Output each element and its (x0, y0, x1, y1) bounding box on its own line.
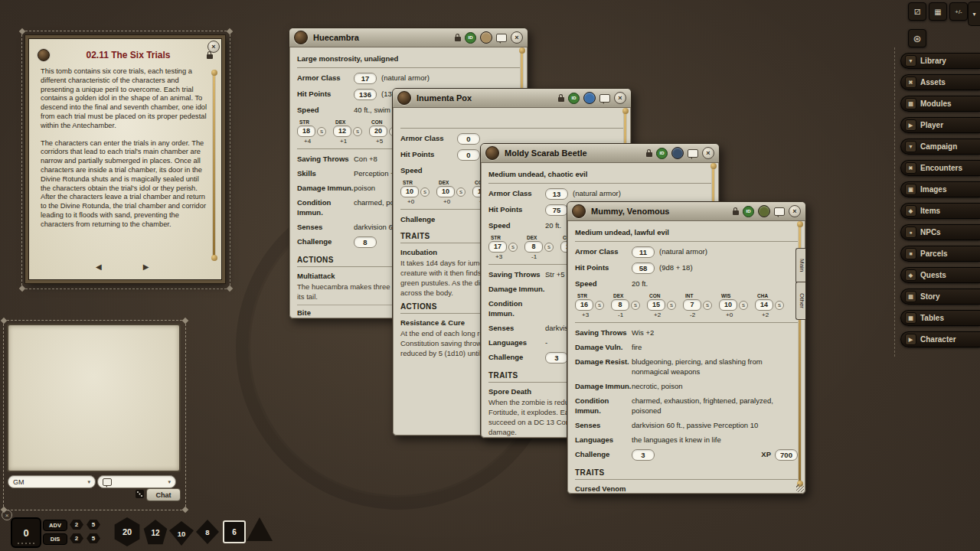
chat-bubble-icon[interactable] (774, 207, 785, 216)
xp-value[interactable]: 700 (775, 449, 798, 461)
sidebar-item-encounters[interactable]: ✖Encounters (900, 160, 980, 176)
die-badge-2[interactable]: 2 (70, 533, 83, 543)
window-titlebar[interactable]: Moldy Scarab Beetle ID × (481, 144, 719, 163)
gear-icon[interactable]: ⊛ (908, 29, 926, 47)
ability-mod[interactable]: +4 (304, 138, 332, 145)
chat-bubble-icon[interactable] (688, 149, 698, 158)
ability-score[interactable]: 10 (719, 299, 737, 311)
challenge-value[interactable]: 3 (632, 449, 655, 461)
lock-icon[interactable] (455, 37, 461, 41)
armor-class-value[interactable]: 11 (632, 246, 655, 258)
close-icon[interactable]: × (511, 31, 523, 44)
ability-mod[interactable]: -2 (690, 311, 717, 318)
die-badge-5[interactable]: 5 (87, 520, 100, 530)
sidebar-item-images[interactable]: ▣Images (900, 181, 980, 197)
die-badge-2[interactable]: 2 (70, 520, 83, 530)
speaker-select[interactable]: GM ▾ (8, 475, 96, 488)
sidebar-item-parcels[interactable]: ■Parcels (900, 246, 980, 262)
save-roll-button[interactable]: S (317, 127, 326, 136)
tab-main[interactable]: Main (795, 248, 805, 283)
chat-die-icon[interactable] (136, 490, 144, 498)
save-roll-button[interactable]: S (739, 301, 748, 310)
chat-send-button[interactable]: Chat (146, 488, 181, 501)
trait-name[interactable]: Cursed Venom (575, 484, 798, 493)
window-titlebar[interactable]: Huecambra ID × (289, 28, 528, 47)
ability-mod[interactable]: +1 (340, 138, 368, 145)
token-icon[interactable] (480, 31, 492, 44)
next-page-button[interactable]: ▶ (143, 262, 149, 271)
save-roll-button[interactable]: S (631, 301, 640, 310)
modifier-stack-button[interactable]: +/- (949, 2, 968, 21)
ability-mod[interactable]: +3 (582, 311, 609, 318)
hit-points-value[interactable]: 136 (354, 89, 377, 100)
die-d4[interactable] (247, 517, 273, 541)
token-icon[interactable] (671, 147, 684, 159)
modifier-box[interactable]: 0 (11, 517, 41, 548)
sidebar-item-story[interactable]: ▤Story (900, 289, 980, 305)
collapse-sidebar-tab[interactable]: ▾ (968, 2, 980, 26)
id-badge-icon[interactable]: ID (568, 93, 580, 104)
prev-page-button[interactable]: ◀ (96, 262, 102, 271)
token-icon[interactable] (583, 92, 596, 104)
armor-class-value[interactable]: 17 (354, 73, 377, 84)
ability-mod[interactable]: -1 (618, 311, 645, 318)
ability-score[interactable]: 15 (647, 299, 665, 311)
chat-bubble-icon[interactable] (599, 94, 610, 103)
armor-class-value[interactable]: 0 (457, 133, 480, 145)
hit-points-value[interactable]: 75 (545, 204, 568, 216)
chat-mode-select[interactable]: ▾ (97, 475, 176, 488)
save-roll-button[interactable]: S (775, 301, 784, 310)
sidebar-item-tables[interactable]: ▦Tables (900, 310, 980, 326)
hit-points-value[interactable]: 0 (457, 149, 480, 161)
ability-score[interactable]: 14 (755, 299, 773, 311)
close-icon[interactable]: × (614, 92, 626, 104)
tab-other[interactable]: Other (795, 282, 805, 320)
close-icon[interactable]: × (702, 147, 714, 159)
id-badge-icon[interactable]: ID (743, 206, 754, 217)
id-badge-icon[interactable]: ID (465, 32, 476, 44)
ability-mod[interactable]: +0 (443, 198, 471, 205)
save-roll-button[interactable]: S (420, 187, 430, 197)
window-titlebar[interactable]: Mummy, Venomous ID × (567, 202, 805, 221)
ability-mod[interactable]: -1 (531, 253, 559, 260)
scrollbar[interactable] (213, 73, 215, 257)
save-roll-button[interactable]: S (508, 243, 518, 252)
sidebar-item-campaign[interactable]: ▼Campaign (900, 139, 980, 155)
die-d12[interactable]: 12 (142, 520, 168, 546)
disadvantage-button[interactable]: DIS (43, 533, 67, 545)
sidebar-item-npcs[interactable]: ●NPCs (900, 224, 980, 240)
sidebar-item-assets[interactable]: ✖Assets (900, 74, 980, 90)
ability-mod[interactable]: +2 (762, 311, 789, 318)
save-roll-button[interactable]: S (703, 301, 712, 310)
sidebar-item-modules[interactable]: ▤Modules (900, 96, 980, 112)
challenge-value[interactable]: 3 (545, 352, 568, 364)
ability-mod[interactable]: +0 (407, 198, 435, 205)
ability-score[interactable]: 8 (611, 299, 629, 311)
save-roll-button[interactable]: S (456, 187, 466, 197)
die-d8[interactable]: 8 (196, 520, 219, 544)
ability-score[interactable]: 20 (369, 126, 387, 137)
ability-mod[interactable]: +0 (726, 311, 753, 318)
resize-grip[interactable] (796, 484, 804, 492)
hit-points-value[interactable]: 58 (632, 262, 655, 274)
sidebar-item-items[interactable]: ◆Items (900, 203, 980, 219)
sidebar-item-quests[interactable]: ◈Quests (900, 267, 980, 283)
advantage-button[interactable]: ADV (43, 520, 67, 531)
ability-mod[interactable]: +2 (654, 311, 681, 318)
ability-score[interactable]: 17 (488, 241, 507, 253)
save-roll-button[interactable]: S (667, 301, 676, 310)
ability-score[interactable]: 10 (436, 186, 455, 197)
close-icon[interactable]: × (789, 205, 801, 217)
challenge-value[interactable]: 8 (354, 236, 377, 248)
ability-score[interactable]: 8 (524, 241, 543, 253)
table-roller-button[interactable]: ▦ (929, 2, 947, 21)
id-badge-icon[interactable]: ID (656, 148, 668, 159)
save-roll-button[interactable]: S (595, 301, 604, 310)
die-d10[interactable]: 10 (169, 521, 194, 546)
story-titlebar[interactable]: 02.11 The Six Trials (38, 49, 213, 61)
lock-icon[interactable] (646, 152, 652, 157)
armor-class-value[interactable]: 13 (545, 188, 568, 200)
ability-score[interactable]: 7 (683, 299, 701, 311)
ability-mod[interactable]: +3 (495, 253, 523, 260)
ability-score[interactable]: 10 (400, 186, 419, 197)
